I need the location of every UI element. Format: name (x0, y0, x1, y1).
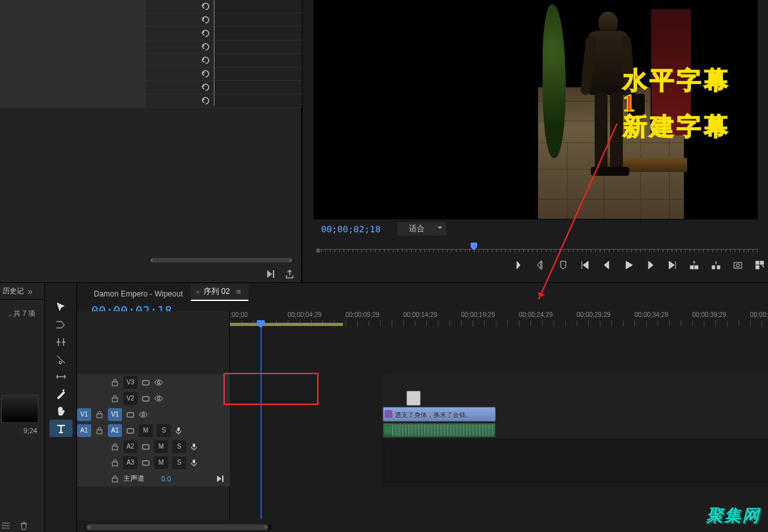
zoom-fit-dropdown[interactable]: 适合 (397, 222, 446, 236)
mute-button[interactable]: M (154, 440, 168, 453)
mark-in-icon[interactable] (514, 260, 525, 270)
track-lane-V2[interactable] (383, 390, 768, 406)
master-level[interactable]: 0.0 (161, 475, 171, 483)
track-header-V2[interactable]: V2 (77, 390, 230, 406)
solo-button[interactable]: S (157, 424, 171, 437)
title-clip[interactable] (406, 391, 421, 406)
track-header-V3[interactable]: V3 (77, 374, 230, 390)
reset-icon[interactable] (200, 69, 210, 79)
effect-property-row[interactable] (0, 67, 302, 81)
source-patch[interactable]: V1 (77, 408, 91, 421)
panel-menu-icon[interactable]: » (28, 286, 33, 296)
eye-icon[interactable] (139, 410, 148, 419)
track-lane-A3[interactable] (383, 454, 768, 470)
lock-icon[interactable] (110, 394, 119, 403)
fx-badge-icon[interactable] (385, 410, 392, 418)
mic-icon[interactable] (190, 443, 198, 450)
lock-icon[interactable] (110, 442, 119, 451)
project-bin-item[interactable]: 9;24 (1, 395, 40, 434)
solo-button[interactable]: S (172, 456, 186, 469)
effect-property-row[interactable] (0, 94, 302, 108)
mute-button[interactable]: M (154, 456, 168, 469)
effect-property-row[interactable] (0, 54, 302, 67)
track-lane-V1[interactable]: 透支了身体，换来了金钱、 (383, 406, 768, 422)
track-target[interactable]: A2 (123, 440, 137, 453)
sync-lock-icon[interactable] (141, 378, 150, 387)
trash-icon[interactable] (19, 521, 28, 530)
lock-icon[interactable] (95, 426, 104, 435)
sync-lock-icon[interactable] (126, 410, 135, 419)
time-ruler[interactable]: ;00;0000;00;04;2900;00;09;2900;00;14;290… (230, 311, 768, 330)
track-lane-A1[interactable] (383, 422, 768, 438)
timeline-hscrollbar[interactable] (85, 524, 272, 530)
source-patch[interactable]: A1 (77, 424, 91, 437)
extract-icon[interactable] (711, 260, 721, 270)
track-header-A1[interactable]: A1 A1 M S (77, 422, 230, 438)
effect-property-row[interactable] (0, 27, 302, 40)
project-tab[interactable]: 历史记 » (0, 283, 44, 300)
lock-icon[interactable] (110, 458, 119, 467)
step-fwd-icon[interactable] (645, 260, 656, 270)
mark-out-icon[interactable] (536, 260, 546, 270)
effect-hscrollbar[interactable] (149, 258, 293, 262)
tab-menu-icon[interactable]: ≡ (236, 287, 241, 296)
track-header-master[interactable]: 主声道 0.0 (77, 470, 230, 486)
effect-playhead[interactable] (214, 0, 214, 106)
lift-icon[interactable] (689, 260, 699, 270)
fx-badge-icon[interactable] (385, 426, 392, 434)
work-area-bar[interactable] (230, 323, 343, 326)
reset-icon[interactable] (200, 42, 210, 52)
export-frame-icon[interactable] (733, 260, 743, 270)
selection-tool[interactable] (49, 298, 73, 316)
reset-icon[interactable] (200, 82, 210, 92)
solo-button[interactable]: S (172, 440, 186, 453)
program-scrubber[interactable] (316, 243, 758, 254)
track-lane-V3[interactable] (383, 374, 768, 390)
track-select-tool[interactable] (49, 316, 73, 333)
audio-clip[interactable] (383, 423, 496, 438)
pen-tool[interactable] (49, 385, 73, 402)
goto-end-icon[interactable] (216, 474, 225, 483)
marker-icon[interactable] (558, 260, 568, 270)
lock-icon[interactable] (110, 474, 119, 483)
list-view-icon[interactable] (1, 521, 10, 530)
reset-icon[interactable] (200, 1, 210, 12)
ripple-edit-tool[interactable] (49, 333, 73, 350)
sync-lock-icon[interactable] (126, 426, 135, 435)
sync-lock-icon[interactable] (141, 458, 150, 467)
lock-icon[interactable] (95, 410, 104, 419)
reset-icon[interactable] (200, 28, 210, 39)
video-clip[interactable]: 透支了身体，换来了金钱、 (383, 407, 496, 422)
lock-icon[interactable] (110, 378, 119, 387)
step-back-icon[interactable] (602, 260, 612, 270)
track-lane-A2[interactable] (383, 438, 768, 454)
type-tool[interactable] (49, 420, 73, 437)
reset-icon[interactable] (200, 96, 210, 106)
timeline-content[interactable]: ;00;0000;00;04;2900;00;09;2900;00;14;290… (230, 311, 768, 520)
mute-button[interactable]: M (139, 424, 153, 437)
goto-in-icon[interactable] (580, 260, 590, 270)
track-target[interactable]: A1 (108, 424, 122, 437)
play-only-icon[interactable] (265, 269, 275, 279)
effect-property-row[interactable] (0, 40, 302, 54)
track-target[interactable]: A3 (123, 456, 137, 469)
play-icon[interactable] (624, 260, 634, 270)
razor-tool[interactable] (49, 350, 73, 368)
eye-icon[interactable] (154, 378, 163, 387)
effect-property-row[interactable] (0, 81, 302, 94)
track-target[interactable]: V3 (123, 376, 137, 389)
track-target[interactable]: V2 (123, 392, 137, 405)
effect-property-row[interactable] (0, 13, 302, 27)
track-header-A3[interactable]: A3 M S (77, 454, 230, 470)
program-timecode[interactable]: 00;00;02;18 (321, 224, 381, 234)
sync-lock-icon[interactable] (141, 394, 150, 403)
track-lane-master[interactable] (383, 470, 768, 486)
program-viewport[interactable]: 水平字幕 1 新建字幕 (313, 0, 758, 219)
timeline-tab-1[interactable]: × 序列 02 ≡ (191, 284, 249, 301)
mic-icon[interactable] (190, 459, 198, 467)
eye-icon[interactable] (154, 394, 163, 403)
timeline-playhead-handle[interactable] (257, 320, 265, 328)
goto-out-icon[interactable] (667, 260, 677, 270)
reset-icon[interactable] (200, 55, 210, 65)
mic-icon[interactable] (175, 427, 182, 434)
